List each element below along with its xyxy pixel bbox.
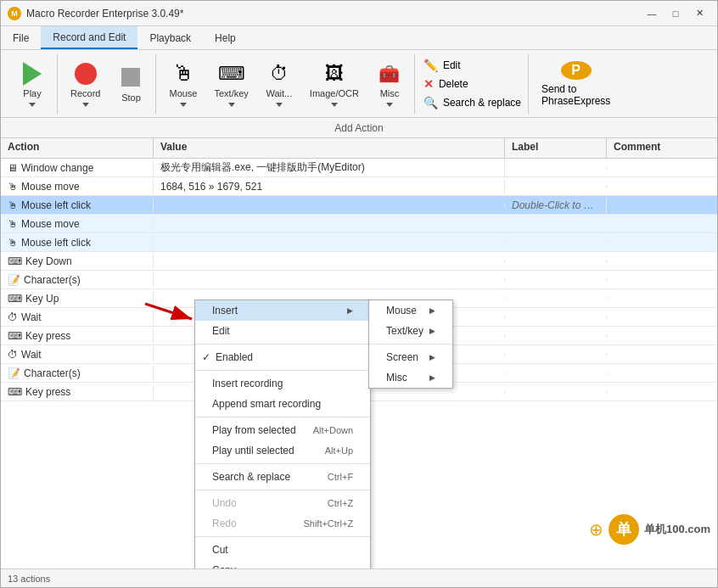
label-cell: [505, 241, 607, 244]
edit-ctx-label: Edit: [212, 325, 230, 337]
menu-help[interactable]: Help: [203, 26, 248, 49]
mouse-icon: 🖱: [170, 60, 197, 87]
delete-row-button[interactable]: ✕ Delete: [420, 76, 472, 92]
label-cell: [505, 166, 607, 170]
close-button[interactable]: ✕: [688, 5, 710, 22]
table-row[interactable]: 🖱Mouse move: [1, 215, 717, 233]
textkey-dropdown-icon: [228, 103, 235, 107]
redo-label: Redo: [212, 518, 237, 529]
label-cell: [505, 316, 607, 319]
context-menu-edit[interactable]: Edit: [195, 321, 370, 341]
action-cell: ⌨Key press: [1, 328, 154, 344]
context-menu-play-until[interactable]: Play until selected Alt+Up: [195, 440, 370, 461]
stop-button[interactable]: Stop: [109, 57, 152, 111]
label-cell: [505, 297, 607, 300]
mouse-row-icon: 🖱: [8, 218, 18, 230]
context-menu-redo[interactable]: Redo Shift+Ctrl+Z: [195, 513, 370, 534]
action-cell: 📝Character(s): [1, 366, 154, 381]
maximize-button[interactable]: □: [665, 5, 687, 22]
label-cell: [505, 390, 607, 394]
table-header: Action Value Label Comment: [1, 138, 717, 159]
context-menu-search-replace[interactable]: Search & replace Ctrl+F: [195, 467, 370, 487]
context-menu-insert-recording[interactable]: Insert recording: [195, 373, 370, 394]
context-menu-play-from[interactable]: Play from selected Alt+Down: [195, 420, 370, 440]
char-row-icon: 📝: [8, 367, 20, 379]
edit-row-button[interactable]: ✏️ Edit: [420, 57, 464, 74]
comment-cell: [607, 166, 717, 170]
title-bar-left: M Macro Recorder Enterprise 3.0.49*: [8, 7, 183, 20]
table-row[interactable]: ⌨Key Down: [1, 252, 717, 271]
play-button[interactable]: Play: [11, 57, 53, 111]
context-menu-cut[interactable]: Cut: [195, 540, 370, 560]
title-controls: — □ ✕: [641, 5, 710, 22]
table-row[interactable]: 🖱Mouse move 1684, 516 » 1679, 521: [1, 177, 717, 196]
watermark-icon: 单: [609, 514, 639, 545]
value-cell: 1684, 516 » 1679, 521: [154, 179, 505, 194]
checkmark: ✓: [202, 351, 216, 363]
comment-cell: [607, 278, 717, 282]
separator: [195, 370, 370, 371]
separator: [195, 463, 370, 464]
window-icon: 🖥: [8, 162, 18, 174]
context-menu-enabled[interactable]: ✓ Enabled: [195, 347, 370, 367]
submenu-textkey-label: Text/key: [386, 325, 424, 337]
watermark-label: 单机100.com: [644, 522, 710, 537]
search-replace-button[interactable]: 🔍 Search & replace: [420, 94, 524, 111]
record-button[interactable]: Record: [63, 57, 108, 111]
undo-label: Undo: [212, 497, 237, 509]
menu-playback[interactable]: Playback: [137, 26, 203, 49]
play-from-label: Play from selected: [212, 424, 296, 436]
phrase-icon: P: [561, 61, 592, 80]
send-to-phrase-button[interactable]: P Send toPhraseExpress: [530, 57, 621, 111]
menu-record-edit[interactable]: Record and Edit: [41, 26, 137, 49]
action-cell: ⏱Wait: [1, 310, 154, 325]
wait-label: Wait...: [266, 88, 292, 98]
wait-row-icon: ⏱: [8, 349, 18, 361]
context-menu-insert[interactable]: Insert: [195, 300, 370, 321]
toolbar-record-group: Record Stop: [59, 54, 156, 114]
col-header-comment: Comment: [607, 138, 717, 158]
table-row[interactable]: 🖥Window change 极光专用编辑器.exe, 一键排版助手(MyEdi…: [1, 159, 717, 177]
comment-cell: [607, 260, 717, 263]
value-cell: [154, 278, 505, 282]
mouse-row-icon: 🖱: [8, 199, 18, 211]
context-menu-append-smart[interactable]: Append smart recording: [195, 394, 370, 414]
col-header-value: Value: [154, 138, 505, 158]
action-cell: ⌨Key Down: [1, 254, 154, 269]
value-cell: [154, 241, 505, 244]
minimize-button[interactable]: —: [641, 5, 663, 22]
context-menu-undo[interactable]: Undo Ctrl+Z: [195, 493, 370, 513]
table-row[interactable]: 🖱Mouse left click Double-Click to add: [1, 196, 717, 215]
submenu-screen[interactable]: Screen: [369, 347, 452, 367]
stop-icon: [117, 64, 144, 91]
pencil-icon: ✏️: [424, 59, 438, 72]
keyboard-row-icon: ⌨: [8, 330, 22, 342]
wait-row-icon: ⏱: [8, 311, 18, 323]
mouse-button[interactable]: 🖱 Mouse: [161, 57, 205, 111]
submenu-mouse[interactable]: Mouse: [369, 300, 452, 321]
record-dropdown-icon: [82, 103, 89, 107]
comment-cell: [607, 316, 717, 319]
submenu-separator: [369, 344, 452, 344]
add-action-label: Add Action: [334, 122, 383, 134]
textkey-button[interactable]: ⌨ Text/key: [207, 57, 256, 111]
imageocr-label: Image/OCR: [310, 88, 359, 98]
imageocr-button[interactable]: 🖼 Image/OCR: [302, 57, 367, 111]
table-row[interactable]: 🖱Mouse left click: [1, 233, 717, 252]
menu-file[interactable]: File: [1, 26, 41, 49]
action-cell: 🖱Mouse left click: [1, 198, 154, 213]
wait-button[interactable]: ⏱ Wait...: [258, 57, 300, 111]
clock-icon: ⏱: [266, 61, 293, 87]
misc-button[interactable]: 🧰 Misc: [368, 57, 411, 111]
keyboard-row-icon: ⌨: [8, 386, 22, 398]
label-cell: Double-Click to add: [505, 198, 607, 213]
separator: [195, 536, 370, 537]
comment-cell: [607, 241, 717, 244]
submenu-textkey[interactable]: Text/key: [369, 321, 452, 341]
label-cell: [505, 185, 607, 188]
mouse-dropdown-icon: [180, 103, 187, 107]
submenu-misc[interactable]: Misc: [369, 367, 452, 388]
context-menu-copy[interactable]: Copy: [195, 560, 370, 568]
table-row[interactable]: 📝Character(s): [1, 271, 717, 289]
comment-cell: [607, 353, 717, 356]
